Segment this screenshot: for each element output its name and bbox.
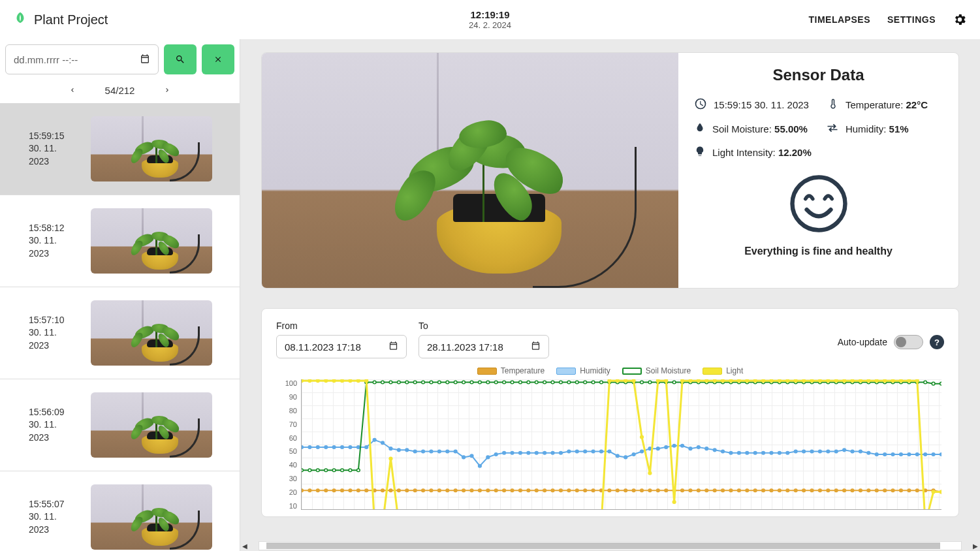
svg-point-320 [940,490,941,494]
svg-point-247 [349,379,352,382]
snapshot-item[interactable]: 15:58:1230. 11. 2023 [0,195,240,287]
svg-point-283 [640,435,644,439]
svg-point-83 [316,446,319,449]
svg-point-14 [405,489,409,492]
svg-point-97 [430,450,433,453]
soil-moisture-label: Soil Moisture: [712,123,774,134]
app-logo-icon [13,11,27,28]
y-tick: 90 [276,393,297,401]
clear-button[interactable] [202,44,234,74]
svg-point-56 [746,489,749,492]
date-search-placeholder: dd.mm.rrrr --:-- [14,54,78,65]
svg-point-306 [827,379,830,382]
svg-point-187 [511,381,514,384]
svg-point-280 [616,379,619,382]
svg-point-94 [405,449,409,452]
smile-icon [789,225,849,236]
calendar-icon [531,341,541,353]
chevron-right-icon [163,86,171,94]
scroll-right-button[interactable]: ▶ [971,543,980,550]
svg-point-189 [527,381,530,384]
nav-timelapses[interactable]: TIMELAPSES [809,14,870,25]
svg-point-123 [640,450,644,453]
svg-point-49 [689,489,692,492]
svg-point-11 [381,489,385,492]
svg-point-2 [308,489,311,492]
snapshot-item[interactable]: 15:59:1530. 11. 2023 [0,103,240,195]
thermometer-icon [827,98,839,112]
svg-point-139 [770,451,773,454]
svg-point-305 [819,379,822,382]
svg-point-145 [819,450,822,453]
svg-point-287 [672,501,676,504]
search-icon [175,54,185,65]
horizontal-scrollbar[interactable]: ◀ ▶ [240,541,980,551]
humidity-value: 51% [889,123,909,134]
svg-point-242 [308,379,311,382]
svg-point-82 [308,446,311,449]
snapshot-thumbnail [91,208,212,274]
svg-point-290 [697,379,701,382]
svg-point-309 [851,379,854,382]
svg-point-281 [624,379,627,382]
svg-point-40 [616,489,619,492]
svg-point-116 [584,450,587,453]
temperature-value: 22°C [906,99,928,110]
legend-temperature[interactable]: Temperature [477,366,545,375]
svg-point-36 [584,489,587,492]
svg-point-119 [608,450,611,453]
svg-point-315 [900,379,903,382]
next-page-button[interactable] [161,84,174,97]
svg-point-190 [535,381,538,384]
svg-point-284 [648,471,652,475]
svg-point-71 [867,489,870,492]
svg-point-294 [729,379,733,382]
svg-point-19 [446,489,449,492]
svg-point-103 [479,464,482,467]
svg-point-167 [349,469,352,472]
svg-point-86 [341,446,344,449]
help-button[interactable]: ? [930,335,944,349]
legend-light[interactable]: Light [703,366,743,375]
svg-point-41 [624,489,627,492]
svg-point-1 [302,489,303,492]
snapshot-item[interactable]: 15:57:1030. 11. 2023 [0,287,240,379]
sensor-chart[interactable]: 100908070605040302010 [276,379,944,510]
svg-point-165 [332,469,336,472]
svg-point-62 [794,489,797,492]
auto-update-toggle[interactable] [894,335,923,349]
prev-page-button[interactable] [66,84,79,97]
svg-point-319 [932,490,935,494]
nav-settings[interactable]: SETTINGS [887,14,936,25]
scroll-left-button[interactable]: ◀ [240,543,249,550]
svg-point-172 [389,381,392,384]
svg-point-185 [494,381,498,384]
svg-point-194 [567,381,571,384]
svg-point-238 [924,381,927,384]
svg-point-21 [462,489,466,492]
svg-point-117 [592,450,595,453]
svg-point-90 [373,439,376,442]
svg-point-125 [656,447,659,450]
y-tick: 50 [276,447,297,455]
legend-humidity[interactable]: Humidity [556,366,610,375]
svg-point-183 [479,381,482,384]
legend-soil[interactable]: Soil Moisture [622,366,691,375]
svg-point-60 [778,489,782,492]
svg-point-114 [567,450,571,453]
close-icon [213,55,223,64]
date-search-input[interactable]: dd.mm.rrrr --:-- [5,44,159,74]
to-datetime-input[interactable]: 28.11.2023 17:18 [419,335,549,358]
snapshot-item[interactable]: 15:56:0930. 11. 2023 [0,379,240,471]
from-datetime-input[interactable]: 08.11.2023 17:18 [276,335,407,358]
svg-point-128 [681,444,684,447]
search-button[interactable] [164,44,197,74]
snapshot-item[interactable]: 15:55:0730. 11. 2023 [0,471,240,551]
svg-point-181 [462,381,466,384]
gear-icon[interactable] [953,12,967,27]
svg-point-30 [535,489,538,492]
svg-point-120 [616,454,619,458]
y-tick: 40 [276,461,297,469]
snapshot-thumbnail [91,392,212,458]
svg-point-193 [560,381,563,384]
